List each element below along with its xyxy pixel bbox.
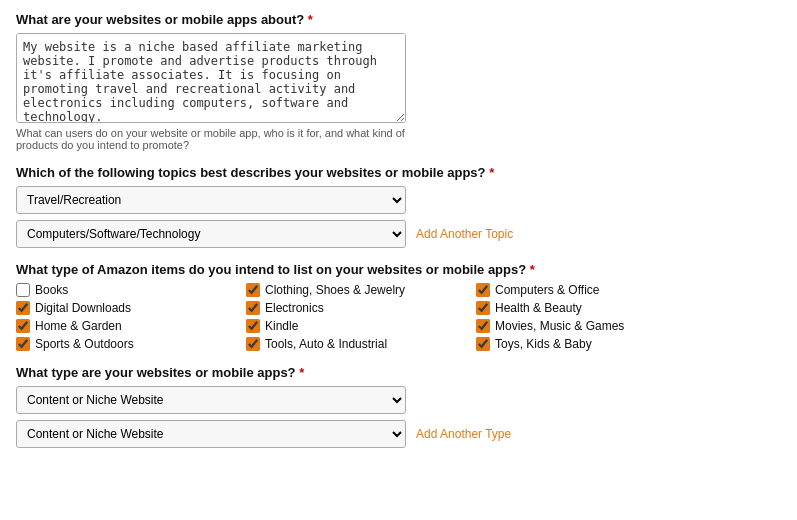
item-sports: Sports & Outdoors [16,337,246,351]
books-label[interactable]: Books [35,283,68,297]
digital-checkbox[interactable] [16,301,30,315]
sports-checkbox[interactable] [16,337,30,351]
type-select-2[interactable]: Content or Niche Website Coupon or Deals… [16,420,406,448]
health-checkbox[interactable] [476,301,490,315]
website-type-section: What type are your websites or mobile ap… [16,365,781,448]
kindle-label[interactable]: Kindle [265,319,298,333]
toys-label[interactable]: Toys, Kids & Baby [495,337,592,351]
topics-section: Which of the following topics best descr… [16,165,781,248]
website-about-textarea[interactable]: My website is a niche based affiliate ma… [16,33,406,123]
topic-select-2[interactable]: Travel/Recreation Computers/Software/Tec… [16,220,406,248]
add-another-type-link[interactable]: Add Another Type [416,427,511,441]
topic-select-1[interactable]: Travel/Recreation Computers/Software/Tec… [16,186,406,214]
amazon-items-grid: Books Clothing, Shoes & Jewelry Computer… [16,283,781,351]
home-label[interactable]: Home & Garden [35,319,122,333]
item-electronics: Electronics [246,301,476,315]
add-another-topic-link[interactable]: Add Another Topic [416,227,513,241]
topic-dropdown-row-2: Travel/Recreation Computers/Software/Tec… [16,220,781,248]
kindle-checkbox[interactable] [246,319,260,333]
sports-label[interactable]: Sports & Outdoors [35,337,134,351]
electronics-label[interactable]: Electronics [265,301,324,315]
movies-label[interactable]: Movies, Music & Games [495,319,624,333]
item-home: Home & Garden [16,319,246,333]
type-dropdown-row-1: Content or Niche Website Coupon or Deals… [16,386,781,414]
item-tools: Tools, Auto & Industrial [246,337,476,351]
website-about-hint: What can users do on your website or mob… [16,127,406,151]
digital-label[interactable]: Digital Downloads [35,301,131,315]
website-type-question: What type are your websites or mobile ap… [16,365,781,380]
health-label[interactable]: Health & Beauty [495,301,582,315]
type-select-1[interactable]: Content or Niche Website Coupon or Deals… [16,386,406,414]
tools-checkbox[interactable] [246,337,260,351]
computers-label[interactable]: Computers & Office [495,283,599,297]
books-checkbox[interactable] [16,283,30,297]
topics-question: Which of the following topics best descr… [16,165,781,180]
tools-label[interactable]: Tools, Auto & Industrial [265,337,387,351]
toys-checkbox[interactable] [476,337,490,351]
item-toys: Toys, Kids & Baby [476,337,696,351]
item-movies: Movies, Music & Games [476,319,696,333]
item-health: Health & Beauty [476,301,696,315]
type-dropdown-row-2: Content or Niche Website Coupon or Deals… [16,420,781,448]
item-computers: Computers & Office [476,283,696,297]
clothing-checkbox[interactable] [246,283,260,297]
clothing-label[interactable]: Clothing, Shoes & Jewelry [265,283,405,297]
item-kindle: Kindle [246,319,476,333]
amazon-items-question: What type of Amazon items do you intend … [16,262,781,277]
amazon-items-section: What type of Amazon items do you intend … [16,262,781,351]
item-digital: Digital Downloads [16,301,246,315]
home-checkbox[interactable] [16,319,30,333]
electronics-checkbox[interactable] [246,301,260,315]
topic-dropdown-row-1: Travel/Recreation Computers/Software/Tec… [16,186,781,214]
item-clothing: Clothing, Shoes & Jewelry [246,283,476,297]
website-about-question: What are your websites or mobile apps ab… [16,12,781,27]
website-about-section: What are your websites or mobile apps ab… [16,12,781,151]
item-books: Books [16,283,246,297]
computers-checkbox[interactable] [476,283,490,297]
movies-checkbox[interactable] [476,319,490,333]
